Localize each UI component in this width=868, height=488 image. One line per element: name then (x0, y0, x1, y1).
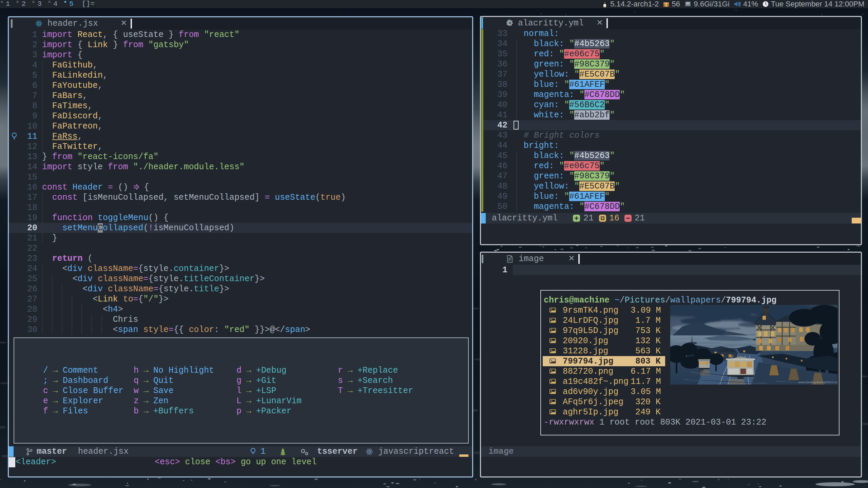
svg-text:www.DesktopBackground.org: www.DesktopBackground.org (798, 380, 837, 384)
